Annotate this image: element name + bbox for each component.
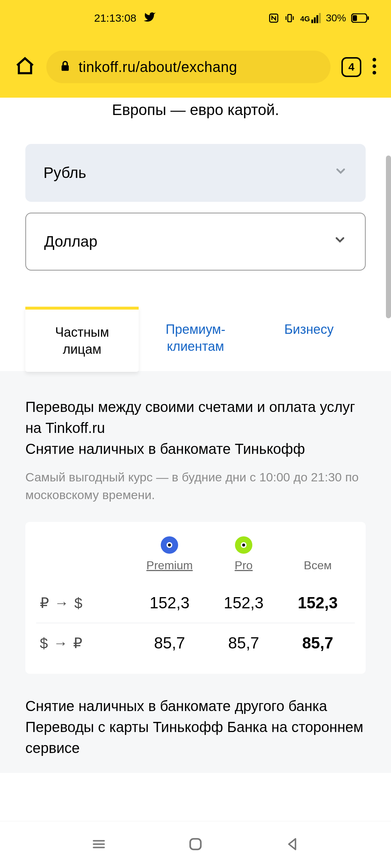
- rate-table: Premium Pro Всем ₽ → $ 152,3 152,3: [25, 522, 366, 674]
- premium-dot-icon: [161, 536, 178, 554]
- from-currency-select[interactable]: Рубль: [25, 144, 366, 202]
- system-nav: [0, 821, 391, 868]
- to-currency-label: Доллар: [44, 233, 97, 250]
- pair-label: ₽ → $: [36, 595, 133, 611]
- pro-dot-icon: [235, 536, 252, 554]
- scrollbar[interactable]: [386, 156, 391, 318]
- tabs-button[interactable]: 4: [341, 57, 361, 77]
- svg-rect-9: [190, 839, 201, 849]
- rates-panel: Переводы между своими счетами и оплата у…: [0, 371, 391, 773]
- nfc-icon: [268, 13, 279, 24]
- home-nav-icon[interactable]: [188, 836, 203, 854]
- vibrate-icon: [284, 13, 295, 24]
- rate-value: 152,3: [133, 594, 207, 612]
- panel-footer: Снятие наличных в банкомате другого банк…: [25, 695, 366, 758]
- home-icon[interactable]: [14, 56, 35, 78]
- svg-point-7: [373, 64, 376, 68]
- from-currency-label: Рубль: [43, 164, 86, 182]
- svg-rect-4: [367, 16, 369, 20]
- menu-icon[interactable]: [372, 58, 377, 76]
- back-nav-icon[interactable]: [284, 836, 300, 854]
- svg-point-8: [373, 71, 376, 75]
- chevron-down-icon: [334, 164, 348, 182]
- rate-value: 85,7: [281, 634, 355, 652]
- url-text: tinkoff.ru/about/exchang: [79, 59, 237, 75]
- rate-row: $ → ₽ 85,7 85,7 85,7: [36, 623, 355, 663]
- tab-premium[interactable]: Премиум- клиентам: [139, 307, 252, 371]
- rate-value: 152,3: [207, 594, 281, 612]
- page-content: Европы — евро картой. Рубль Доллар Частн…: [0, 98, 391, 773]
- battery-icon: [351, 13, 369, 23]
- rate-value: 152,3: [281, 594, 355, 612]
- tab-individuals[interactable]: Частным лицам: [25, 307, 139, 372]
- rate-value: 85,7: [207, 634, 281, 652]
- status-bar: 21:13:08 4G 30%: [0, 0, 391, 36]
- tab-business[interactable]: Бизнесу: [252, 307, 366, 371]
- svg-point-6: [373, 58, 376, 61]
- svg-rect-5: [62, 65, 69, 71]
- twitter-icon: [144, 11, 156, 26]
- pair-label: $ → ₽: [36, 635, 133, 651]
- col-pro[interactable]: Pro: [207, 536, 281, 572]
- status-icons: 4G 30%: [268, 12, 369, 24]
- network-icon: 4G: [300, 13, 321, 23]
- lock-icon: [59, 60, 71, 74]
- col-all: Всем: [281, 536, 355, 572]
- browser-toolbar: tinkoff.ru/about/exchang 4: [0, 36, 391, 98]
- panel-title: Переводы между своими счетами и оплата у…: [25, 396, 366, 459]
- col-premium[interactable]: Premium: [133, 536, 207, 572]
- address-bar[interactable]: tinkoff.ru/about/exchang: [46, 51, 331, 83]
- to-currency-select[interactable]: Доллар: [25, 213, 366, 271]
- intro-text: Европы — евро картой.: [0, 98, 391, 133]
- status-time: 21:13:08: [94, 12, 136, 24]
- panel-subtitle: Самый выгодный курс — в будние дни с 10:…: [25, 468, 366, 504]
- battery-percent: 30%: [326, 12, 346, 24]
- chevron-down-icon: [333, 233, 347, 250]
- rate-value: 85,7: [133, 634, 207, 652]
- svg-rect-1: [288, 14, 291, 22]
- client-tabs: Частным лицам Премиум- клиентам Бизнесу: [0, 307, 391, 371]
- svg-rect-3: [353, 15, 357, 21]
- rate-row: ₽ → $ 152,3 152,3 152,3: [36, 583, 355, 623]
- recent-apps-icon[interactable]: [91, 836, 107, 854]
